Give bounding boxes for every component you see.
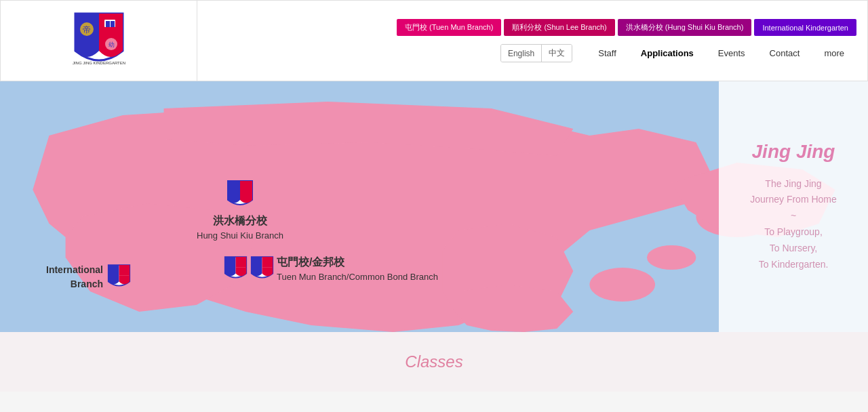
- shun-lee-branch-button[interactable]: 順利分校 (Shun Lee Branch): [504, 19, 614, 36]
- contact-nav-link[interactable]: Contact: [757, 45, 812, 61]
- nav-area: 屯門校 (Tuen Mun Branch) 順利分校 (Shun Lee Bra…: [197, 14, 867, 68]
- classes-title: Classes: [405, 352, 462, 371]
- international-kg-button[interactable]: International Kindergarten: [754, 19, 856, 36]
- hung-shui-kiu-branch-button[interactable]: 洪水橋分校 (Hung Shui Kiu Branch): [618, 19, 752, 36]
- logo-image: 帝 幼 JING JING KINDERGARTEN: [72, 10, 126, 71]
- tuen-mun-branch-button[interactable]: 屯門校 (Tuen Mun Branch): [397, 19, 501, 36]
- classes-section: Classes: [0, 332, 868, 392]
- international-label: International Branch: [46, 263, 131, 291]
- events-nav-link[interactable]: Events: [706, 45, 757, 61]
- chinese-lang-button[interactable]: 中文: [542, 45, 572, 62]
- svg-text:幼: 幼: [108, 41, 114, 48]
- language-toggle: English 中文: [500, 44, 572, 62]
- svg-rect-3: [106, 21, 110, 27]
- svg-text:JING JING KINDERGARTEN: JING JING KINDERGARTEN: [72, 61, 125, 65]
- map-section: 洪水橋分校 Hung Shui Kiu Branch 屯門校/金邦校 Tuen …: [0, 81, 868, 332]
- applications-nav-link[interactable]: Applications: [629, 45, 706, 61]
- tuen-mun-label: 屯門校/金邦校 Tuen Mun Branch/Common Bond Bran…: [224, 254, 438, 285]
- hung-shui-kiu-label: 洪水橋分校 Hung Shui Kiu Branch: [197, 180, 283, 243]
- svg-point-9: [589, 268, 655, 302]
- info-panel-text: The Jing Jing Journey From Home ~ To Pla…: [750, 176, 837, 273]
- svg-rect-4: [111, 21, 115, 27]
- english-lang-button[interactable]: English: [501, 45, 542, 62]
- info-panel: Jing Jing The Jing Jing Journey From Hom…: [719, 81, 868, 332]
- logo-area: 帝 幼 JING JING KINDERGARTEN: [1, 1, 197, 81]
- info-panel-title: Jing Jing: [752, 141, 835, 163]
- svg-point-10: [647, 245, 696, 270]
- main-nav: English 中文 Staff Applications Events Con…: [500, 44, 856, 62]
- header: 帝 幼 JING JING KINDERGARTEN 屯門校 (Tuen Mun…: [0, 0, 868, 81]
- more-nav-link[interactable]: more: [812, 45, 856, 61]
- svg-text:帝: 帝: [83, 25, 91, 35]
- staff-nav-link[interactable]: Staff: [586, 45, 629, 61]
- branch-buttons: 屯門校 (Tuen Mun Branch) 順利分校 (Shun Lee Bra…: [397, 19, 856, 36]
